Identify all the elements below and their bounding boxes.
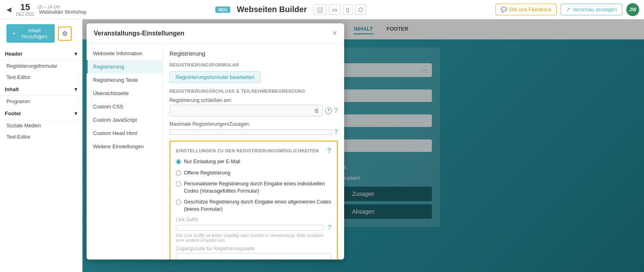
chevron-down-icon-footer: ▾: [74, 110, 77, 116]
modal-nav: Webseite Information Registrierung Regis…: [87, 44, 163, 260]
modal-nav-webseite-info[interactable]: Webseite Information: [87, 47, 163, 60]
max-reg-input[interactable]: [169, 129, 332, 135]
help-icon-max: ?: [334, 129, 338, 136]
radio-option-3: Personalisierte Registrierung durch Eing…: [176, 181, 331, 195]
plus-icon: ＋: [11, 30, 17, 37]
modal-nav-registrierung[interactable]: Registrierung: [87, 60, 163, 73]
close-date-group: Registrierung schließen am: 🗑 🕐 ?: [169, 98, 338, 116]
sidebar-section-inhalt: Inhalt ▾ Programm: [0, 83, 82, 107]
back-button[interactable]: ◀: [5, 4, 13, 15]
sidebar-top-row: ＋ Inhalt hinzufügen ⚙: [0, 19, 82, 48]
topbar: ◀ 15 DEZ 2022 10 – 14 Uhr Webbuilder Wor…: [0, 0, 644, 19]
topbar-right: 💬 Gib uns Feedback ↗ Vorschau anzeigen J…: [495, 3, 639, 16]
preview-label: Vorschau anzeigen: [572, 6, 617, 12]
sidebar-footer-label: Footer: [5, 110, 21, 116]
date-time: 10 – 14 Uhr Webbuilder Workshop: [37, 4, 87, 15]
radio-geschuetzt[interactable]: [176, 199, 181, 205]
view-mobile-button[interactable]: ▯: [343, 4, 353, 15]
max-reg-input-row: ?: [169, 129, 338, 136]
date-day: 15: [20, 2, 30, 12]
reg-options-box: EINSTELLUNGEN ZU DEN REGISTRIERUNGSMÖGLI…: [169, 141, 338, 260]
help-icon-suffix: ?: [328, 224, 331, 231]
topbar-center: NEU Webseiten Builder ⬜ ▭ ▯ ⬡: [91, 4, 491, 15]
modal-overlay: Veranstaltungs-Einstellungen × Webseite …: [83, 19, 644, 272]
settings-gear-button[interactable]: ⚙: [58, 27, 72, 41]
content-area: Veranstaltungs-Einstellungen × Webseite …: [83, 19, 644, 272]
content-title: Registrierung: [169, 50, 338, 57]
feedback-icon: 💬: [501, 6, 507, 12]
main-layout: ＋ Inhalt hinzufügen ⚙ Header ▾ Registrie…: [0, 19, 644, 272]
chevron-down-icon-inhalt: ▾: [74, 86, 77, 92]
add-content-label: Inhalt hinzufügen: [19, 27, 50, 39]
close-date-label: Registrierung schließen am:: [169, 98, 338, 103]
zugangscode-input[interactable]: [176, 253, 331, 260]
help-icon-date: ?: [334, 107, 338, 114]
date-month-year: DEZ 2022: [16, 12, 34, 17]
sidebar-header-label: Header: [5, 51, 23, 57]
reg-limit-section-label: REGISTRIERUNGSSCHLUSS & TEILNEHMERBEGREN…: [169, 89, 338, 93]
radio-offene[interactable]: [176, 170, 181, 176]
sidebar-header-toggle[interactable]: Header ▾: [0, 48, 82, 60]
reg-options-title: EINSTELLUNGEN ZU DEN REGISTRIERUNGSMÖGLI…: [176, 147, 331, 154]
feedback-label: Gib uns Feedback: [509, 6, 552, 12]
modal-nav-registrierung-texte[interactable]: Registrierung Texte: [87, 73, 163, 87]
modal-nav-weitere[interactable]: Weitere Einstellungen: [87, 140, 163, 153]
calendar-icon: 🗑: [314, 108, 319, 114]
close-date-input[interactable]: 🗑: [169, 105, 323, 116]
sidebar-footer-toggle[interactable]: Footer ▾: [0, 107, 82, 120]
sidebar-section-header: Header ▾ Registrierungsformular Text-Edi…: [0, 48, 82, 83]
neu-badge: NEU: [215, 6, 230, 13]
sidebar-inhalt-toggle[interactable]: Inhalt ▾: [0, 83, 82, 96]
edit-form-button[interactable]: Registrierungsformular bearbeiten: [169, 71, 261, 83]
zugangscode-label: Zugangscode für Registrierungsseite: [176, 246, 331, 251]
topbar-left: ◀ 15 DEZ 2022 10 – 14 Uhr Webbuilder Wor…: [5, 2, 87, 17]
external-link-icon: ↗: [566, 6, 570, 12]
sidebar-item-programm[interactable]: Programm: [0, 96, 82, 107]
view-icons: ⬜ ▭ ▯ ⬡: [313, 4, 366, 15]
link-suffix-input-row: ?: [176, 224, 331, 231]
page-title: Webseiten Builder: [237, 5, 307, 14]
radio-label-2: Offene Registrierung: [184, 170, 230, 177]
radio-option-2: Offene Registrierung: [176, 170, 331, 177]
radio-option-1: Nur Einladung per E-Mail: [176, 158, 331, 166]
radio-label-4: Geschütze Registrierung durch Eingabe ei…: [184, 199, 331, 213]
modal-nav-custom-css[interactable]: Custom CSS: [87, 100, 163, 113]
modal-nav-custom-head[interactable]: Custom Head Html: [87, 127, 163, 140]
avatar: JW: [626, 3, 639, 16]
view-other-button[interactable]: ⬡: [355, 4, 366, 15]
link-suffix-input[interactable]: [176, 225, 324, 230]
date-block: 15 DEZ 2022: [16, 2, 34, 17]
sidebar: ＋ Inhalt hinzufügen ⚙ Header ▾ Registrie…: [0, 19, 83, 272]
view-desktop-button[interactable]: ⬜: [313, 4, 326, 15]
add-content-button[interactable]: ＋ Inhalt hinzufügen: [6, 24, 55, 43]
radio-label-3: Personalisierte Registrierung durch Eing…: [184, 181, 331, 195]
link-suffix-label: Link Suffix: [176, 217, 331, 222]
sidebar-item-text-editor-footer[interactable]: Text-Editor: [0, 131, 82, 143]
modal-content: Registrierung REGISTRIERUNGSFORMULAR Reg…: [163, 44, 344, 260]
max-reg-group: Maximale Registrierungen/Zusagen: ?: [169, 121, 338, 136]
max-reg-label: Maximale Registrierungen/Zusagen:: [169, 121, 338, 127]
sidebar-section-footer: Footer ▾ Soziale Medien Text-Editor: [0, 107, 82, 143]
radio-personalisiert[interactable]: [176, 181, 181, 187]
sidebar-item-registrierungsformular[interactable]: Registrierungsformular: [0, 60, 82, 72]
workshop-title: Webbuilder Workshop: [39, 9, 87, 15]
modal-body: Webseite Information Registrierung Regis…: [87, 44, 344, 260]
sidebar-item-soziale-medien[interactable]: Soziale Medien: [0, 120, 82, 131]
preview-button[interactable]: ↗ Vorschau anzeigen: [561, 4, 622, 15]
link-suffix-error: Der Link Suffix ist leider ungültig oder…: [176, 233, 331, 243]
modal-nav-uebersichtsseite[interactable]: Übersichtsseite: [87, 87, 163, 100]
radio-label-1: Nur Einladung per E-Mail: [184, 158, 240, 166]
view-tablet-button[interactable]: ▭: [329, 4, 341, 15]
modal-close-button[interactable]: ×: [332, 29, 337, 37]
radio-nur-einladung[interactable]: [176, 159, 181, 164]
chevron-down-icon: ▾: [74, 51, 77, 57]
clock-icon: 🕐: [324, 107, 332, 114]
reg-form-section-label: REGISTRIERUNGSFORMULAR: [169, 62, 338, 67]
modal-header: Veranstaltungs-Einstellungen ×: [87, 23, 344, 44]
sidebar-item-text-editor-header[interactable]: Text-Editor: [0, 72, 82, 83]
modal-nav-custom-js[interactable]: Custom JavaScript: [87, 113, 163, 127]
radio-option-4: Geschütze Registrierung durch Eingabe ei…: [176, 199, 331, 213]
sidebar-inhalt-label: Inhalt: [5, 86, 19, 92]
feedback-button[interactable]: 💬 Gib uns Feedback: [495, 4, 557, 15]
modal-title: Veranstaltungs-Einstellungen: [94, 30, 184, 37]
